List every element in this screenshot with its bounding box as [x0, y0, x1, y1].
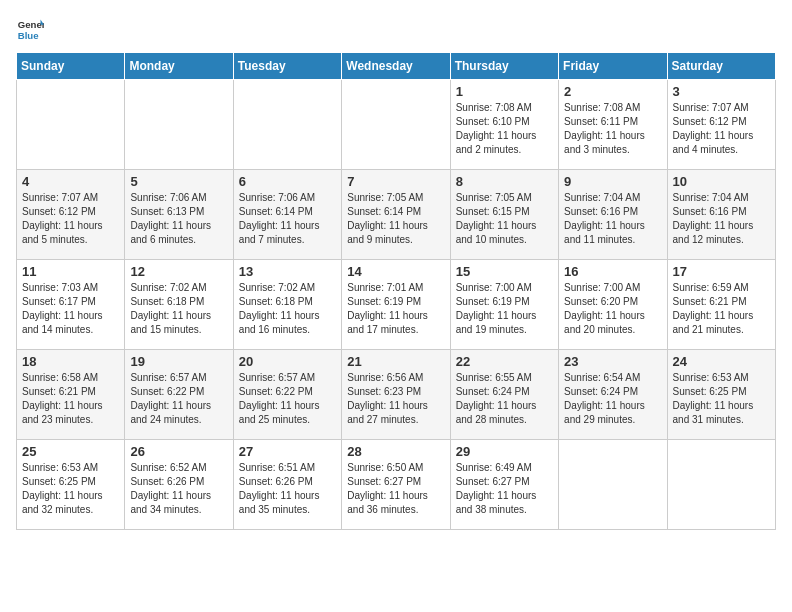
- day-cell: 15Sunrise: 7:00 AM Sunset: 6:19 PM Dayli…: [450, 260, 558, 350]
- day-info: Sunrise: 6:59 AM Sunset: 6:21 PM Dayligh…: [673, 281, 770, 337]
- day-info: Sunrise: 6:55 AM Sunset: 6:24 PM Dayligh…: [456, 371, 553, 427]
- day-cell: 9Sunrise: 7:04 AM Sunset: 6:16 PM Daylig…: [559, 170, 667, 260]
- day-cell: 3Sunrise: 7:07 AM Sunset: 6:12 PM Daylig…: [667, 80, 775, 170]
- day-cell: 17Sunrise: 6:59 AM Sunset: 6:21 PM Dayli…: [667, 260, 775, 350]
- day-info: Sunrise: 7:04 AM Sunset: 6:16 PM Dayligh…: [564, 191, 661, 247]
- day-info: Sunrise: 7:01 AM Sunset: 6:19 PM Dayligh…: [347, 281, 444, 337]
- day-info: Sunrise: 7:06 AM Sunset: 6:13 PM Dayligh…: [130, 191, 227, 247]
- calendar-body: 1Sunrise: 7:08 AM Sunset: 6:10 PM Daylig…: [17, 80, 776, 530]
- day-cell: [125, 80, 233, 170]
- day-number: 22: [456, 354, 553, 369]
- day-cell: 21Sunrise: 6:56 AM Sunset: 6:23 PM Dayli…: [342, 350, 450, 440]
- day-cell: 25Sunrise: 6:53 AM Sunset: 6:25 PM Dayli…: [17, 440, 125, 530]
- logo-icon: General Blue: [16, 16, 44, 44]
- day-cell: 27Sunrise: 6:51 AM Sunset: 6:26 PM Dayli…: [233, 440, 341, 530]
- header-cell-wednesday: Wednesday: [342, 53, 450, 80]
- day-cell: 7Sunrise: 7:05 AM Sunset: 6:14 PM Daylig…: [342, 170, 450, 260]
- day-cell: 2Sunrise: 7:08 AM Sunset: 6:11 PM Daylig…: [559, 80, 667, 170]
- week-row-2: 4Sunrise: 7:07 AM Sunset: 6:12 PM Daylig…: [17, 170, 776, 260]
- day-cell: 28Sunrise: 6:50 AM Sunset: 6:27 PM Dayli…: [342, 440, 450, 530]
- day-number: 4: [22, 174, 119, 189]
- day-cell: 20Sunrise: 6:57 AM Sunset: 6:22 PM Dayli…: [233, 350, 341, 440]
- day-cell: 4Sunrise: 7:07 AM Sunset: 6:12 PM Daylig…: [17, 170, 125, 260]
- header-cell-thursday: Thursday: [450, 53, 558, 80]
- week-row-5: 25Sunrise: 6:53 AM Sunset: 6:25 PM Dayli…: [17, 440, 776, 530]
- day-info: Sunrise: 7:03 AM Sunset: 6:17 PM Dayligh…: [22, 281, 119, 337]
- day-cell: [559, 440, 667, 530]
- day-cell: 16Sunrise: 7:00 AM Sunset: 6:20 PM Dayli…: [559, 260, 667, 350]
- day-info: Sunrise: 6:57 AM Sunset: 6:22 PM Dayligh…: [130, 371, 227, 427]
- day-info: Sunrise: 6:51 AM Sunset: 6:26 PM Dayligh…: [239, 461, 336, 517]
- day-cell: [667, 440, 775, 530]
- day-info: Sunrise: 6:49 AM Sunset: 6:27 PM Dayligh…: [456, 461, 553, 517]
- svg-text:Blue: Blue: [18, 30, 39, 41]
- day-cell: 8Sunrise: 7:05 AM Sunset: 6:15 PM Daylig…: [450, 170, 558, 260]
- header-row: SundayMondayTuesdayWednesdayThursdayFrid…: [17, 53, 776, 80]
- day-number: 13: [239, 264, 336, 279]
- day-number: 1: [456, 84, 553, 99]
- day-info: Sunrise: 7:06 AM Sunset: 6:14 PM Dayligh…: [239, 191, 336, 247]
- day-number: 26: [130, 444, 227, 459]
- day-number: 12: [130, 264, 227, 279]
- header-cell-friday: Friday: [559, 53, 667, 80]
- day-number: 20: [239, 354, 336, 369]
- day-info: Sunrise: 7:04 AM Sunset: 6:16 PM Dayligh…: [673, 191, 770, 247]
- day-info: Sunrise: 7:02 AM Sunset: 6:18 PM Dayligh…: [130, 281, 227, 337]
- day-cell: 1Sunrise: 7:08 AM Sunset: 6:10 PM Daylig…: [450, 80, 558, 170]
- week-row-3: 11Sunrise: 7:03 AM Sunset: 6:17 PM Dayli…: [17, 260, 776, 350]
- day-cell: 23Sunrise: 6:54 AM Sunset: 6:24 PM Dayli…: [559, 350, 667, 440]
- day-info: Sunrise: 7:05 AM Sunset: 6:15 PM Dayligh…: [456, 191, 553, 247]
- day-number: 17: [673, 264, 770, 279]
- day-info: Sunrise: 6:53 AM Sunset: 6:25 PM Dayligh…: [673, 371, 770, 427]
- header-cell-tuesday: Tuesday: [233, 53, 341, 80]
- header-cell-monday: Monday: [125, 53, 233, 80]
- day-cell: 22Sunrise: 6:55 AM Sunset: 6:24 PM Dayli…: [450, 350, 558, 440]
- day-info: Sunrise: 6:56 AM Sunset: 6:23 PM Dayligh…: [347, 371, 444, 427]
- day-number: 29: [456, 444, 553, 459]
- day-cell: 24Sunrise: 6:53 AM Sunset: 6:25 PM Dayli…: [667, 350, 775, 440]
- day-number: 2: [564, 84, 661, 99]
- day-number: 3: [673, 84, 770, 99]
- header-cell-sunday: Sunday: [17, 53, 125, 80]
- day-number: 21: [347, 354, 444, 369]
- day-number: 24: [673, 354, 770, 369]
- day-cell: [342, 80, 450, 170]
- day-info: Sunrise: 6:52 AM Sunset: 6:26 PM Dayligh…: [130, 461, 227, 517]
- svg-text:General: General: [18, 19, 44, 30]
- header-cell-saturday: Saturday: [667, 53, 775, 80]
- day-cell: 5Sunrise: 7:06 AM Sunset: 6:13 PM Daylig…: [125, 170, 233, 260]
- page-header: General Blue: [16, 16, 776, 44]
- logo: General Blue: [16, 16, 44, 44]
- day-cell: 26Sunrise: 6:52 AM Sunset: 6:26 PM Dayli…: [125, 440, 233, 530]
- week-row-1: 1Sunrise: 7:08 AM Sunset: 6:10 PM Daylig…: [17, 80, 776, 170]
- day-number: 5: [130, 174, 227, 189]
- day-info: Sunrise: 7:08 AM Sunset: 6:10 PM Dayligh…: [456, 101, 553, 157]
- day-info: Sunrise: 7:07 AM Sunset: 6:12 PM Dayligh…: [673, 101, 770, 157]
- day-cell: 11Sunrise: 7:03 AM Sunset: 6:17 PM Dayli…: [17, 260, 125, 350]
- day-number: 7: [347, 174, 444, 189]
- day-cell: 19Sunrise: 6:57 AM Sunset: 6:22 PM Dayli…: [125, 350, 233, 440]
- day-number: 28: [347, 444, 444, 459]
- day-info: Sunrise: 7:07 AM Sunset: 6:12 PM Dayligh…: [22, 191, 119, 247]
- day-cell: 29Sunrise: 6:49 AM Sunset: 6:27 PM Dayli…: [450, 440, 558, 530]
- day-number: 11: [22, 264, 119, 279]
- day-info: Sunrise: 6:53 AM Sunset: 6:25 PM Dayligh…: [22, 461, 119, 517]
- day-info: Sunrise: 6:54 AM Sunset: 6:24 PM Dayligh…: [564, 371, 661, 427]
- calendar-table: SundayMondayTuesdayWednesdayThursdayFrid…: [16, 52, 776, 530]
- day-number: 23: [564, 354, 661, 369]
- day-number: 19: [130, 354, 227, 369]
- day-info: Sunrise: 7:08 AM Sunset: 6:11 PM Dayligh…: [564, 101, 661, 157]
- day-number: 10: [673, 174, 770, 189]
- day-cell: 14Sunrise: 7:01 AM Sunset: 6:19 PM Dayli…: [342, 260, 450, 350]
- day-info: Sunrise: 7:00 AM Sunset: 6:19 PM Dayligh…: [456, 281, 553, 337]
- day-cell: 18Sunrise: 6:58 AM Sunset: 6:21 PM Dayli…: [17, 350, 125, 440]
- day-number: 15: [456, 264, 553, 279]
- day-number: 9: [564, 174, 661, 189]
- day-info: Sunrise: 7:00 AM Sunset: 6:20 PM Dayligh…: [564, 281, 661, 337]
- day-number: 14: [347, 264, 444, 279]
- day-cell: 12Sunrise: 7:02 AM Sunset: 6:18 PM Dayli…: [125, 260, 233, 350]
- day-info: Sunrise: 6:57 AM Sunset: 6:22 PM Dayligh…: [239, 371, 336, 427]
- day-cell: 13Sunrise: 7:02 AM Sunset: 6:18 PM Dayli…: [233, 260, 341, 350]
- day-number: 18: [22, 354, 119, 369]
- calendar-header: SundayMondayTuesdayWednesdayThursdayFrid…: [17, 53, 776, 80]
